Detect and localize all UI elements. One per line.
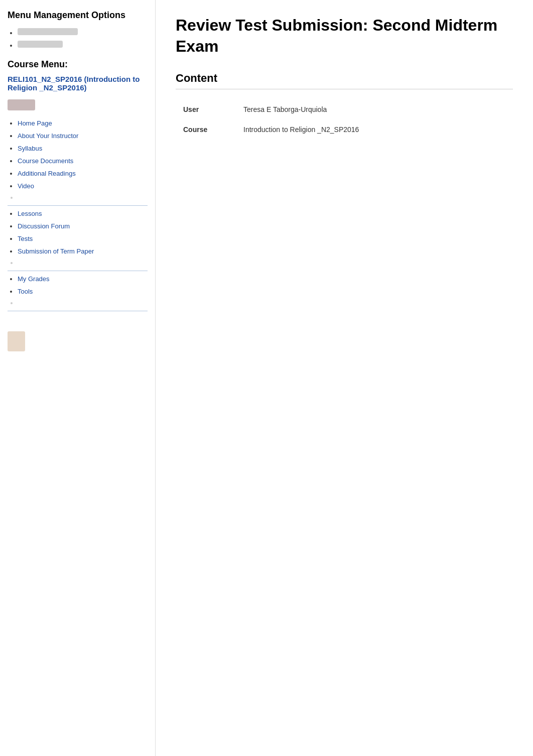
nav-link-submission-term-paper[interactable]: Submission of Term Paper: [18, 247, 94, 255]
nav-item-my-grades[interactable]: My Grades: [18, 274, 148, 284]
nav-link-lessons[interactable]: Lessons: [18, 210, 42, 217]
nav-group-2: Lessons Discussion Forum Tests Submissio…: [8, 208, 148, 271]
nav-item-lessons[interactable]: Lessons: [18, 208, 148, 219]
content-info-table: User Teresa E Taborga-Urquiola Course In…: [176, 99, 513, 140]
nav-item-additional-readings[interactable]: Additional Readings: [18, 168, 148, 179]
course-label: Course: [176, 119, 236, 140]
nav-link-tests[interactable]: Tests: [18, 235, 33, 242]
f-icon-placeholder: [8, 331, 25, 351]
main-content-area: Review Test Submission: Second Midterm E…: [156, 0, 533, 756]
nav-list-3: My Grades Tools: [8, 274, 148, 297]
nav-link-tools[interactable]: Tools: [18, 288, 33, 295]
menu-management-title: Menu Management Options: [8, 10, 148, 21]
nav-empty-group-2: [8, 259, 148, 266]
nav-list-2: Lessons Discussion Forum Tests Submissio…: [8, 208, 148, 257]
nav-item-course-documents[interactable]: Course Documents: [18, 156, 148, 166]
nav-link-course-documents[interactable]: Course Documents: [18, 157, 73, 165]
nav-item-about-instructor[interactable]: About Your Instructor: [18, 131, 148, 141]
course-value: Introduction to Religion _N2_SP2016: [236, 119, 513, 140]
user-row: User Teresa E Taborga-Urquiola: [176, 99, 513, 119]
nav-link-home-page[interactable]: Home Page: [18, 119, 52, 127]
user-label: User: [176, 99, 236, 119]
nav-empty-group-3: [8, 299, 148, 306]
nav-list-1: Home Page About Your Instructor Syllabus…: [8, 118, 148, 191]
content-section-heading: Content: [176, 72, 513, 89]
nav-group-3: My Grades Tools: [8, 274, 148, 311]
nav-group-1: Home Page About Your Instructor Syllabus…: [8, 118, 148, 206]
course-menu-link[interactable]: RELI101_N2_SP2016 (Introduction to Relig…: [8, 75, 148, 92]
nav-empty-group-1: [8, 194, 148, 201]
nav-link-additional-readings[interactable]: Additional Readings: [18, 170, 76, 177]
nav-link-syllabus[interactable]: Syllabus: [18, 145, 42, 152]
nav-item-video[interactable]: Video: [18, 181, 148, 191]
user-value: Teresa E Taborga-Urquiola: [236, 99, 513, 119]
menu-option-placeholder-1: [18, 28, 78, 35]
page-title: Review Test Submission: Second Midterm E…: [176, 15, 513, 57]
nav-item-syllabus[interactable]: Syllabus: [18, 143, 148, 154]
course-menu-title: Course Menu:: [8, 59, 148, 70]
nav-item-submission-term-paper[interactable]: Submission of Term Paper: [18, 246, 148, 257]
nav-item-home-page[interactable]: Home Page: [18, 118, 148, 129]
menu-options-list: [8, 28, 148, 49]
course-row: Course Introduction to Religion _N2_SP20…: [176, 119, 513, 140]
course-menu-section: Course Menu: RELI101_N2_SP2016 (Introduc…: [8, 59, 148, 311]
course-button-placeholder[interactable]: [8, 99, 35, 110]
bottom-sidebar-area: [8, 331, 148, 353]
menu-option-placeholder-2: [18, 41, 63, 48]
nav-link-my-grades[interactable]: My Grades: [18, 275, 50, 283]
nav-link-about-instructor[interactable]: About Your Instructor: [18, 132, 78, 140]
nav-item-tests[interactable]: Tests: [18, 233, 148, 244]
menu-option-item-2: [18, 41, 148, 49]
nav-item-discussion-forum[interactable]: Discussion Forum: [18, 221, 148, 231]
nav-link-video[interactable]: Video: [18, 182, 34, 190]
nav-item-tools[interactable]: Tools: [18, 286, 148, 297]
nav-link-discussion-forum[interactable]: Discussion Forum: [18, 222, 70, 230]
nav-empty-item-2: [18, 259, 148, 266]
menu-option-item-1: [18, 28, 148, 37]
sidebar: Menu Management Options Course Menu: REL…: [0, 0, 156, 756]
nav-empty-item-1: [18, 194, 148, 201]
menu-management-section: Menu Management Options: [8, 10, 148, 49]
nav-empty-item-3: [18, 299, 148, 306]
